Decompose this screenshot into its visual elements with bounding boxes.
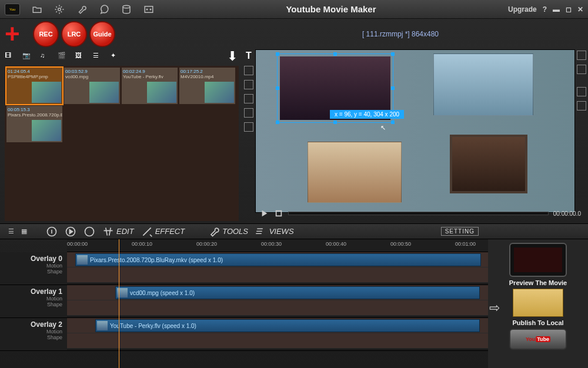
- youtube-button[interactable]: YouTube: [509, 329, 567, 350]
- align-left-icon[interactable]: [244, 66, 253, 75]
- media-clip[interactable]: 00:03:52.9vcd00.mpg: [64, 68, 120, 104]
- media-clip[interactable]: 01:24:05.4PSPlittle4PMP.pmp: [6, 68, 62, 104]
- step-back-icon[interactable]: [46, 226, 58, 237]
- media-clip[interactable]: 00:05:15.3Pixars.Presto.2008.720p.BluRay…: [6, 106, 62, 142]
- addon-icon[interactable]: ✦: [111, 52, 120, 61]
- fit-height-icon[interactable]: [577, 101, 586, 111]
- track-row: Overlay 0MotionShape Pixars.Presto.2008.…: [0, 252, 488, 285]
- preview-meta: [ 111.rzmmpj *] 864x480: [253, 30, 583, 38]
- track-row: Overlay 1MotionShape vcd00.mpg (speed x …: [0, 285, 488, 318]
- database-icon[interactable]: [121, 4, 132, 15]
- preview-movie-label: Preview The Movie: [509, 279, 567, 286]
- publish-local-label: Publish To Local: [512, 319, 563, 326]
- maximize-icon[interactable]: ◻: [566, 5, 572, 14]
- edit-menu[interactable]: EDIT: [102, 226, 134, 237]
- track-lane[interactable]: vcd00.mpg (speed x 1.0): [67, 285, 488, 317]
- app-logo: You: [5, 4, 20, 15]
- upgrade-link[interactable]: Upgrade: [508, 5, 537, 14]
- views-menu[interactable]: ☰ VIEWS: [255, 227, 294, 236]
- guide-button[interactable]: Guide: [89, 21, 115, 47]
- overlay-pic[interactable]: [450, 135, 527, 193]
- list-icon[interactable]: ☰: [93, 52, 102, 61]
- transport: 00:00:00.0: [260, 207, 581, 220]
- svg-point-3: [146, 9, 148, 10]
- playhead[interactable]: [119, 239, 119, 368]
- film-icon[interactable]: 🎞: [5, 52, 14, 61]
- track-row: Overlay 2MotionShape YouTube - Perky.flv…: [0, 318, 488, 351]
- main-area: 🎞 📷 ♫ 🎬 🖼 ☰ ✦ ⬇ 01:24:05.4PSPlittle4PMP.…: [0, 49, 588, 223]
- align-top-icon[interactable]: [244, 108, 253, 118]
- timeline-clip[interactable]: vcd00.mpg (speed x 1.0): [115, 286, 480, 299]
- action-row: + REC LRC Guide [ 111.rzmmpj *] 864x480: [0, 19, 588, 49]
- text-align-toolbar: T: [242, 49, 255, 223]
- image-icon[interactable]: 🖼: [75, 52, 85, 61]
- timeline-clip[interactable]: YouTube - Perky.flv (speed x 1.0): [95, 319, 480, 332]
- tools-menu[interactable]: TOOLS: [208, 226, 248, 237]
- media-tabs: 🎞 📷 ♫ 🎬 🖼 ☰ ✦ ⬇: [0, 49, 242, 63]
- titlebar: You Youtube Movie Maker Upgrade ? ▬ ◻ ✕: [0, 0, 588, 19]
- svg-point-8: [85, 227, 94, 236]
- gear-icon[interactable]: [54, 4, 65, 15]
- align-right-icon[interactable]: [244, 94, 253, 103]
- timeline: 00:00:0000:00:1000:00:2000:00:3000:00:40…: [0, 239, 588, 368]
- align-bottom-icon[interactable]: [244, 122, 253, 132]
- screen-icon[interactable]: [143, 4, 154, 15]
- video-fx-icon[interactable]: 🎬: [58, 52, 67, 61]
- setting-button[interactable]: SETTING: [441, 227, 479, 236]
- text-icon[interactable]: T: [246, 51, 252, 61]
- fit-width-icon[interactable]: [577, 87, 586, 96]
- open-folder-icon[interactable]: [32, 4, 42, 15]
- chat-icon[interactable]: [99, 4, 109, 15]
- media-pane: 🎞 📷 ♫ 🎬 🖼 ☰ ✦ ⬇ 01:24:05.4PSPlittle4PMP.…: [0, 49, 242, 223]
- effect-menu[interactable]: EFFECT: [141, 226, 185, 237]
- cursor-icon: ↖: [380, 124, 386, 132]
- distribute-v-icon[interactable]: [577, 65, 586, 74]
- camera-icon[interactable]: 📷: [22, 52, 32, 61]
- titlebar-right: Upgrade ? ▬ ◻ ✕: [508, 5, 583, 14]
- close-icon[interactable]: ✕: [577, 5, 583, 14]
- publish-local-button[interactable]: [513, 289, 563, 317]
- svg-rect-5: [276, 211, 282, 216]
- preview-movie-button[interactable]: [509, 243, 567, 277]
- track-lane[interactable]: Pixars.Presto.2008.720p.BluRay.mkv (spee…: [67, 252, 488, 285]
- minimize-icon[interactable]: ▬: [553, 5, 560, 14]
- lrc-button[interactable]: LRC: [61, 21, 87, 47]
- transport-track[interactable]: [288, 212, 549, 215]
- track-lane[interactable]: YouTube - Perky.flv (speed x 1.0): [67, 318, 488, 350]
- rec-button[interactable]: REC: [33, 21, 59, 47]
- export-arrow-icon[interactable]: ⇨: [489, 300, 500, 316]
- overlay-pic[interactable]: [433, 53, 533, 116]
- media-grid: 01:24:05.4PSPlittle4PMP.pmp 00:03:52.9vc…: [5, 66, 239, 221]
- help-icon[interactable]: ?: [543, 5, 547, 14]
- play-icon[interactable]: [260, 209, 269, 218]
- grid-icon[interactable]: ▦: [21, 228, 27, 235]
- timeline-toolbar: ☰ ▦ EDIT EFFECT TOOLS ☰ VIEWS SETTING: [0, 223, 588, 239]
- preview-pane: T x = 96, y = 40, 304 x 200 ↖: [242, 49, 588, 223]
- timeline-clip[interactable]: Pixars.Presto.2008.720p.BluRay.mkv (spee…: [75, 253, 481, 266]
- music-icon[interactable]: ♫: [40, 52, 49, 61]
- media-clip[interactable]: 00:17:25.2M4V20010.mp4: [179, 68, 235, 104]
- preview-video[interactable]: x = 96, y = 40, 304 x 200 ↖: [255, 49, 575, 213]
- svg-point-1: [123, 5, 130, 8]
- wrench-icon[interactable]: [76, 4, 87, 15]
- app-title: Youtube Movie Maker: [166, 4, 496, 14]
- align-center-icon[interactable]: [244, 80, 253, 89]
- distribute-h-icon[interactable]: [577, 51, 586, 60]
- time-ruler[interactable]: 00:00:0000:00:1000:00:2000:00:3000:00:40…: [67, 239, 488, 252]
- coord-label: x = 96, y = 40, 304 x 200: [330, 110, 404, 119]
- stop-circle-icon[interactable]: [83, 226, 95, 237]
- download-icon[interactable]: ⬇: [227, 49, 238, 64]
- hamburger-icon[interactable]: ☰: [8, 228, 14, 235]
- ruler-row: 00:00:0000:00:1000:00:2000:00:3000:00:40…: [0, 239, 488, 252]
- overlay-pic[interactable]: [308, 142, 402, 203]
- transport-time: 00:00:00.0: [553, 210, 581, 217]
- svg-rect-2: [145, 6, 153, 12]
- stop-icon[interactable]: [274, 209, 283, 218]
- svg-point-4: [150, 9, 151, 10]
- arrange-toolbar: [575, 49, 588, 223]
- export-panel: Preview The Movie Publish To Local YouTu…: [488, 239, 588, 368]
- media-clip[interactable]: 00:02:24.9YouTube - Perky.flv: [122, 68, 178, 104]
- play-circle-icon[interactable]: [65, 226, 76, 237]
- svg-point-0: [58, 8, 61, 11]
